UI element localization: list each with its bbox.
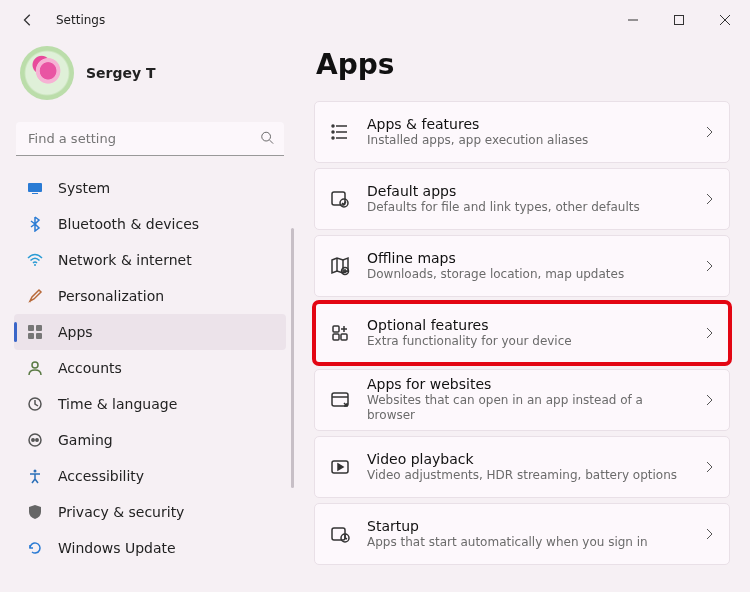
sidebar-nav: System Bluetooth & devices Network & int… <box>14 170 286 566</box>
sidebar-item-label: Gaming <box>58 432 113 448</box>
sidebar-item-system[interactable]: System <box>14 170 286 206</box>
svg-rect-21 <box>333 326 339 332</box>
card-subtitle: Apps that start automatically when you s… <box>367 535 687 551</box>
sidebar-item-accounts[interactable]: Accounts <box>14 350 286 386</box>
shield-icon <box>26 503 44 521</box>
sidebar-item-label: Windows Update <box>58 540 176 556</box>
sidebar-item-label: Network & internet <box>58 252 192 268</box>
card-title: Video playback <box>367 451 687 468</box>
card-title: Startup <box>367 518 687 535</box>
settings-cards-list: Apps & featuresInstalled apps, app execu… <box>314 101 730 565</box>
card-default-apps[interactable]: Default appsDefaults for file and link t… <box>314 168 730 230</box>
sidebar-item-update[interactable]: Windows Update <box>14 530 286 566</box>
chevron-right-icon <box>703 525 715 544</box>
sidebar-item-personalization[interactable]: Personalization <box>14 278 286 314</box>
card-title: Apps & features <box>367 116 687 133</box>
wifi-icon <box>26 251 44 269</box>
sidebar-item-label: System <box>58 180 110 196</box>
bluetooth-icon <box>26 215 44 233</box>
card-apps-for-websites[interactable]: Apps for websitesWebsites that can open … <box>314 369 730 431</box>
card-subtitle: Websites that can open in an app instead… <box>367 393 687 424</box>
sidebar-item-network[interactable]: Network & internet <box>14 242 286 278</box>
avatar <box>20 46 74 100</box>
chevron-right-icon <box>703 190 715 209</box>
card-title: Optional features <box>367 317 687 334</box>
map-icon <box>329 255 351 277</box>
svg-rect-8 <box>36 333 42 339</box>
close-button[interactable] <box>702 4 748 36</box>
sidebar-item-gaming[interactable]: Gaming <box>14 422 286 458</box>
sidebar-item-accessibility[interactable]: Accessibility <box>14 458 286 494</box>
sidebar-item-apps[interactable]: Apps <box>14 314 286 350</box>
svg-rect-22 <box>341 334 347 340</box>
svg-point-9 <box>32 362 38 368</box>
card-subtitle: Extra functionality for your device <box>367 334 687 350</box>
svg-point-4 <box>34 264 36 266</box>
svg-point-12 <box>32 439 34 441</box>
card-subtitle: Video adjustments, HDR streaming, batter… <box>367 468 687 484</box>
minimize-button[interactable] <box>610 4 656 36</box>
svg-point-13 <box>36 439 38 441</box>
user-name: Sergey T <box>86 65 156 81</box>
card-apps-features[interactable]: Apps & featuresInstalled apps, app execu… <box>314 101 730 163</box>
svg-point-17 <box>332 137 334 139</box>
sidebar-item-label: Accounts <box>58 360 122 376</box>
chevron-right-icon <box>703 123 715 142</box>
gamepad-icon <box>26 431 44 449</box>
card-video-playback[interactable]: Video playbackVideo adjustments, HDR str… <box>314 436 730 498</box>
clock-icon <box>26 395 44 413</box>
chevron-right-icon <box>703 391 715 410</box>
sidebar-item-label: Time & language <box>58 396 177 412</box>
maximize-button[interactable] <box>656 4 702 36</box>
svg-rect-6 <box>36 325 42 331</box>
svg-point-11 <box>29 434 41 446</box>
sidebar: Sergey T System Bluetooth & devices Netw… <box>0 40 294 592</box>
card-subtitle: Defaults for file and link types, other … <box>367 200 687 216</box>
startup-icon <box>329 523 351 545</box>
svg-rect-2 <box>28 183 42 192</box>
chevron-right-icon <box>703 458 715 477</box>
sidebar-scrollbar[interactable] <box>291 228 294 488</box>
system-icon <box>26 179 44 197</box>
search-icon <box>260 130 274 149</box>
sidebar-item-label: Accessibility <box>58 468 144 484</box>
sidebar-item-label: Personalization <box>58 288 164 304</box>
chevron-right-icon <box>703 324 715 343</box>
card-startup[interactable]: StartupApps that start automatically whe… <box>314 503 730 565</box>
sidebar-item-label: Privacy & security <box>58 504 184 520</box>
sidebar-item-label: Bluetooth & devices <box>58 216 199 232</box>
paintbrush-icon <box>26 287 44 305</box>
svg-point-1 <box>262 132 271 141</box>
window-title: Settings <box>56 13 105 27</box>
user-account-row[interactable]: Sergey T <box>14 40 286 118</box>
svg-point-16 <box>332 131 334 133</box>
svg-rect-23 <box>333 334 339 340</box>
card-subtitle: Downloads, storage location, map updates <box>367 267 687 283</box>
sidebar-item-bluetooth[interactable]: Bluetooth & devices <box>14 206 286 242</box>
card-title: Default apps <box>367 183 687 200</box>
page-title: Apps <box>316 48 730 81</box>
svg-rect-5 <box>28 325 34 331</box>
chevron-right-icon <box>703 257 715 276</box>
sidebar-item-privacy[interactable]: Privacy & security <box>14 494 286 530</box>
apps-websites-icon <box>329 389 351 411</box>
svg-rect-3 <box>32 193 38 194</box>
optional-features-icon <box>329 322 351 344</box>
list-icon <box>329 121 351 143</box>
search-input[interactable] <box>16 122 284 156</box>
svg-rect-7 <box>28 333 34 339</box>
svg-point-14 <box>34 470 37 473</box>
card-subtitle: Installed apps, app execution aliases <box>367 133 687 149</box>
main-panel: Apps Apps & featuresInstalled apps, app … <box>294 40 750 592</box>
card-offline-maps[interactable]: Offline mapsDownloads, storage location,… <box>314 235 730 297</box>
card-optional-features[interactable]: Optional featuresExtra functionality for… <box>314 302 730 364</box>
sidebar-item-time[interactable]: Time & language <box>14 386 286 422</box>
accessibility-icon <box>26 467 44 485</box>
default-apps-icon <box>329 188 351 210</box>
window-controls <box>610 4 748 36</box>
svg-rect-0 <box>675 16 684 25</box>
title-bar: Settings <box>0 0 750 40</box>
video-icon <box>329 456 351 478</box>
apps-icon <box>26 323 44 341</box>
back-button[interactable] <box>12 4 44 36</box>
